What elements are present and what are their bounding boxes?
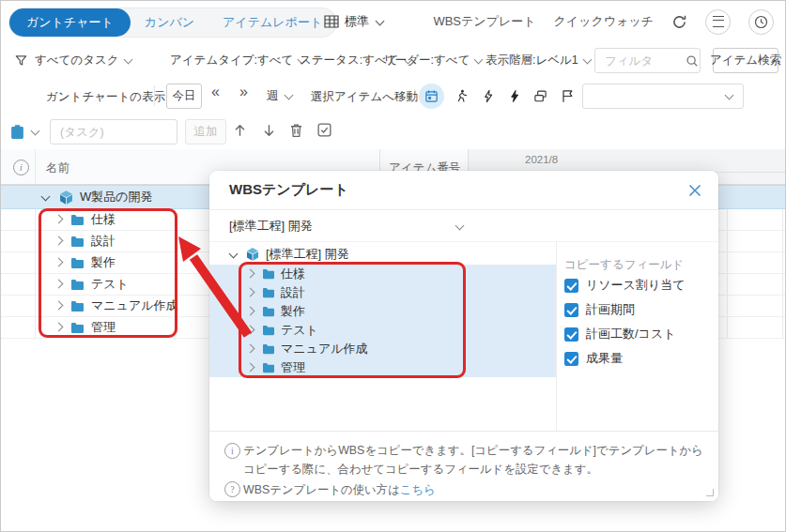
copy-field-label: リソース割り当て <box>586 277 686 294</box>
copy-field-checkbox-deliverable[interactable]: 成果量 <box>564 350 623 367</box>
tree-root-label: [標準工程] 開発 <box>266 246 349 263</box>
calendar-icon <box>424 89 439 103</box>
quick-task-filled-tool-button[interactable] <box>501 84 527 109</box>
chevron-down-icon[interactable] <box>41 191 51 201</box>
next-period-button[interactable]: » <box>239 84 248 100</box>
gantt-month-label: 2021/8 <box>525 154 558 165</box>
row-label: W製品の開発 <box>80 189 153 205</box>
toolbar-dropdown[interactable] <box>582 84 744 109</box>
chevron-down-icon <box>123 54 132 64</box>
assignee-tool-button[interactable] <box>449 84 474 109</box>
walking-person-icon <box>455 89 469 103</box>
copy-field-checkbox-period[interactable]: 計画期間 <box>564 301 635 318</box>
clock-icon <box>754 15 768 29</box>
help-text: WBSテンプレートの使い方は <box>243 483 400 496</box>
chevron-down-icon <box>455 221 465 231</box>
refresh-icon[interactable] <box>671 14 687 30</box>
view-preset-selector[interactable]: 標準 <box>324 1 385 42</box>
tab-kanban[interactable]: カンバン <box>131 9 208 36</box>
checkbox-check-icon <box>316 122 332 138</box>
name-column-header[interactable]: 名前 <box>46 160 69 176</box>
quick-task-tool-button[interactable] <box>475 84 501 109</box>
scale-select[interactable]: 週 <box>267 78 294 114</box>
copy-fields-label: コピーするフィールド <box>564 257 684 273</box>
leader-filter-label: リーダー:すべて <box>383 53 470 68</box>
copy-field-label: 計画期間 <box>586 301 635 318</box>
move-down-button[interactable] <box>261 122 277 139</box>
checkbox-checked-icon[interactable] <box>564 327 578 342</box>
tab-gantt-chart[interactable]: ガントチャート <box>9 8 131 37</box>
main-menu-button[interactable] <box>705 9 731 35</box>
history-button[interactable] <box>748 9 774 35</box>
dialog-close-button[interactable] <box>688 184 701 197</box>
task-filter-label: すべてのタスク <box>35 53 119 68</box>
add-button[interactable]: 追加 <box>185 119 226 144</box>
move-to-selected-item-button[interactable]: 選択アイテムへ移動 <box>311 89 418 105</box>
checkbox-checked-icon[interactable] <box>564 352 578 366</box>
copy-field-checkbox-resource[interactable]: リソース割り当て <box>564 277 686 294</box>
checkbox-checked-icon[interactable] <box>564 279 578 293</box>
trash-icon <box>288 122 304 139</box>
funnel-icon <box>14 42 28 78</box>
annotation-rect-table <box>39 208 177 338</box>
item-type-filter-label: アイテムタイプ:すべて <box>170 53 293 68</box>
dialog-info-text: テンプレートからWBSをコピーできます。[コピーするフィールド]でテンプレートか… <box>243 441 715 479</box>
grid-icon <box>324 15 339 28</box>
flag-icon <box>561 89 575 103</box>
select-mode-button[interactable] <box>316 122 332 138</box>
item-type-select[interactable] <box>10 114 40 149</box>
item-type-filter-dropdown[interactable]: アイテムタイプ:すべて <box>170 42 307 78</box>
wbs-template-link[interactable]: WBSテンプレート <box>433 13 535 30</box>
task-clipboard-icon <box>10 124 24 140</box>
app-window: ガントチャート カンバン アイテムレポート 標準 WBSテンプレート クイックウ… <box>0 0 786 532</box>
info-column-icon: i <box>13 160 29 175</box>
prev-period-button[interactable]: « <box>211 84 220 100</box>
copy-tool-button[interactable] <box>528 84 553 109</box>
chevron-down-icon <box>31 126 40 135</box>
new-task-input[interactable] <box>58 125 167 140</box>
dialog-titlebar: WBSテンプレート <box>209 171 718 210</box>
dialog-help-row: WBSテンプレートの使い方はこちら <box>243 480 436 499</box>
checkbox-checked-icon[interactable] <box>564 303 578 317</box>
item-search-button[interactable]: アイテム検索 <box>713 48 778 73</box>
lightning-outline-icon <box>482 89 495 103</box>
annotation-rect-dialog <box>239 262 466 378</box>
quick-watch-link[interactable]: クイックウォッチ <box>554 13 654 30</box>
level-filter-dropdown[interactable]: 表示階層:レベル1 <box>485 42 593 78</box>
tab-item-report[interactable]: アイテムレポート <box>208 9 336 36</box>
calendar-tool-button[interactable] <box>419 84 444 109</box>
chevron-down-icon <box>474 54 484 64</box>
today-button[interactable]: 今日 <box>166 84 202 109</box>
view-tab-group: ガントチャート カンバン アイテムレポート <box>8 8 337 38</box>
copy-field-checkbox-effort[interactable]: 計画工数/コスト <box>564 326 676 342</box>
filter-input[interactable] <box>603 53 686 68</box>
template-select[interactable]: [標準工程] 開発 <box>209 210 718 242</box>
delete-button[interactable] <box>288 122 304 139</box>
dialog-footer: i テンプレートからWBSをコピーできます。[コピーするフィールド]でテンプレー… <box>209 431 718 501</box>
template-select-value: [標準工程] 開発 <box>229 218 313 235</box>
chevron-down-icon <box>582 54 592 64</box>
cube-icon <box>245 247 260 262</box>
view-preset-label: 標準 <box>345 13 369 30</box>
chevron-down-icon <box>725 91 734 100</box>
resize-handle[interactable] <box>706 489 714 496</box>
scale-select-value: 週 <box>267 88 279 104</box>
copy-icon <box>533 89 547 103</box>
chevron-down-icon[interactable] <box>229 249 239 258</box>
info-icon: i <box>224 443 240 459</box>
gantt-display-toggle-label: ガントチャートの表示 <box>46 89 165 105</box>
dialog-title: WBSテンプレート <box>229 181 348 199</box>
task-filter-dropdown[interactable]: すべてのタスク <box>35 42 133 78</box>
help-link[interactable]: こちら <box>400 483 436 496</box>
move-up-button[interactable] <box>232 122 248 139</box>
dialog-tree-root[interactable]: [標準工程] 開発 <box>209 245 556 264</box>
search-icon[interactable] <box>686 54 699 68</box>
help-icon: ? <box>224 481 240 497</box>
copy-field-label: 計画工数/コスト <box>586 326 676 342</box>
chevron-down-icon <box>284 90 293 99</box>
leader-filter-dropdown[interactable]: リーダー:すべて <box>383 42 484 78</box>
navbar-right-cluster: WBSテンプレート クイックウォッチ <box>433 1 774 42</box>
toolbar-divider <box>154 85 155 106</box>
wbs-template-dialog: WBSテンプレート [標準工程] 開発 [標準工程] 開発 仕様 <box>209 171 718 501</box>
flag-tool-button[interactable] <box>555 84 580 109</box>
